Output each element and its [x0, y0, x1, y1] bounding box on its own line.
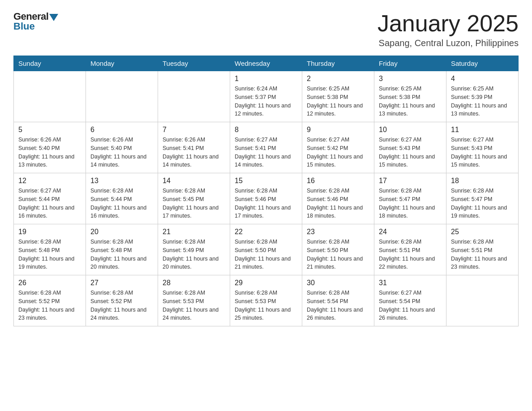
day-info: Sunrise: 6:26 AM Sunset: 5:40 PM Dayligh…: [18, 136, 81, 169]
col-header-tuesday: Tuesday: [158, 56, 230, 71]
day-info: Sunrise: 6:25 AM Sunset: 5:38 PM Dayligh…: [307, 85, 369, 118]
day-number: 9: [307, 126, 369, 134]
day-number: 6: [90, 126, 153, 134]
col-header-sunday: Sunday: [14, 56, 86, 71]
day-cell: 30Sunrise: 6:28 AM Sunset: 5:54 PM Dayli…: [302, 275, 374, 326]
day-cell: [14, 71, 86, 122]
location-subtitle: Sapang, Central Luzon, Philippines: [378, 38, 519, 48]
day-number: 23: [307, 228, 369, 236]
day-number: 10: [379, 126, 442, 134]
day-cell: 13Sunrise: 6:28 AM Sunset: 5:44 PM Dayli…: [86, 173, 158, 224]
day-info: Sunrise: 6:27 AM Sunset: 5:41 PM Dayligh…: [235, 136, 297, 169]
day-info: Sunrise: 6:28 AM Sunset: 5:47 PM Dayligh…: [451, 187, 514, 220]
day-number: 11: [451, 126, 514, 134]
day-number: 26: [18, 279, 81, 287]
day-info: Sunrise: 6:28 AM Sunset: 5:47 PM Dayligh…: [379, 187, 442, 220]
day-number: 1: [235, 75, 297, 83]
logo-arrow-icon: [49, 14, 58, 21]
day-number: 21: [163, 228, 225, 236]
week-row-1: 1Sunrise: 6:24 AM Sunset: 5:37 PM Daylig…: [14, 71, 519, 122]
day-number: 12: [18, 177, 81, 185]
day-info: Sunrise: 6:27 AM Sunset: 5:54 PM Dayligh…: [379, 289, 442, 322]
col-header-saturday: Saturday: [446, 56, 519, 71]
day-cell: 5Sunrise: 6:26 AM Sunset: 5:40 PM Daylig…: [14, 122, 86, 173]
day-info: Sunrise: 6:28 AM Sunset: 5:52 PM Dayligh…: [18, 289, 81, 322]
day-number: 19: [18, 228, 81, 236]
day-number: 25: [451, 228, 514, 236]
day-number: 5: [18, 126, 81, 134]
day-number: 22: [235, 228, 297, 236]
day-info: Sunrise: 6:26 AM Sunset: 5:40 PM Dayligh…: [90, 136, 153, 169]
day-cell: 23Sunrise: 6:28 AM Sunset: 5:50 PM Dayli…: [302, 224, 374, 275]
day-cell: 12Sunrise: 6:27 AM Sunset: 5:44 PM Dayli…: [14, 173, 86, 224]
day-info: Sunrise: 6:27 AM Sunset: 5:44 PM Dayligh…: [18, 187, 81, 220]
day-cell: 21Sunrise: 6:28 AM Sunset: 5:49 PM Dayli…: [158, 224, 230, 275]
logo-blue-text: Blue: [13, 21, 35, 31]
calendar-header-row: SundayMondayTuesdayWednesdayThursdayFrid…: [14, 56, 519, 71]
day-info: Sunrise: 6:27 AM Sunset: 5:42 PM Dayligh…: [307, 136, 369, 169]
day-info: Sunrise: 6:25 AM Sunset: 5:38 PM Dayligh…: [379, 85, 442, 118]
col-header-monday: Monday: [86, 56, 158, 71]
week-row-2: 5Sunrise: 6:26 AM Sunset: 5:40 PM Daylig…: [14, 122, 519, 173]
day-info: Sunrise: 6:28 AM Sunset: 5:53 PM Dayligh…: [163, 289, 225, 322]
day-number: 29: [235, 279, 297, 287]
day-info: Sunrise: 6:28 AM Sunset: 5:46 PM Dayligh…: [235, 187, 297, 220]
day-number: 2: [307, 75, 369, 83]
day-cell: 16Sunrise: 6:28 AM Sunset: 5:46 PM Dayli…: [302, 173, 374, 224]
day-number: 8: [235, 126, 297, 134]
day-cell: 14Sunrise: 6:28 AM Sunset: 5:45 PM Dayli…: [158, 173, 230, 224]
day-number: 31: [379, 279, 442, 287]
day-number: 24: [379, 228, 442, 236]
day-cell: [86, 71, 158, 122]
col-header-wednesday: Wednesday: [230, 56, 302, 71]
day-info: Sunrise: 6:28 AM Sunset: 5:51 PM Dayligh…: [451, 238, 514, 271]
day-info: Sunrise: 6:28 AM Sunset: 5:46 PM Dayligh…: [307, 187, 369, 220]
day-cell: 25Sunrise: 6:28 AM Sunset: 5:51 PM Dayli…: [446, 224, 519, 275]
day-cell: 24Sunrise: 6:28 AM Sunset: 5:51 PM Dayli…: [374, 224, 446, 275]
day-cell: 4Sunrise: 6:25 AM Sunset: 5:39 PM Daylig…: [446, 71, 519, 122]
day-info: Sunrise: 6:28 AM Sunset: 5:50 PM Dayligh…: [307, 238, 369, 271]
week-row-5: 26Sunrise: 6:28 AM Sunset: 5:52 PM Dayli…: [14, 275, 519, 326]
day-cell: 17Sunrise: 6:28 AM Sunset: 5:47 PM Dayli…: [374, 173, 446, 224]
day-number: 7: [163, 126, 225, 134]
day-info: Sunrise: 6:28 AM Sunset: 5:50 PM Dayligh…: [235, 238, 297, 271]
day-cell: 31Sunrise: 6:27 AM Sunset: 5:54 PM Dayli…: [374, 275, 446, 326]
day-info: Sunrise: 6:28 AM Sunset: 5:49 PM Dayligh…: [163, 238, 225, 271]
day-number: 17: [379, 177, 442, 185]
day-info: Sunrise: 6:25 AM Sunset: 5:39 PM Dayligh…: [451, 85, 514, 118]
day-cell: 1Sunrise: 6:24 AM Sunset: 5:37 PM Daylig…: [230, 71, 302, 122]
day-cell: 8Sunrise: 6:27 AM Sunset: 5:41 PM Daylig…: [230, 122, 302, 173]
day-number: 28: [163, 279, 225, 287]
day-number: 4: [451, 75, 514, 83]
day-cell: 27Sunrise: 6:28 AM Sunset: 5:52 PM Dayli…: [86, 275, 158, 326]
day-cell: 20Sunrise: 6:28 AM Sunset: 5:48 PM Dayli…: [86, 224, 158, 275]
page-header: General Blue January 2025 Sapang, Centra…: [13, 11, 519, 48]
day-info: Sunrise: 6:28 AM Sunset: 5:48 PM Dayligh…: [18, 238, 81, 271]
logo: General Blue: [13, 11, 58, 31]
day-number: 16: [307, 177, 369, 185]
col-header-friday: Friday: [374, 56, 446, 71]
day-cell: 15Sunrise: 6:28 AM Sunset: 5:46 PM Dayli…: [230, 173, 302, 224]
day-number: 27: [90, 279, 153, 287]
day-info: Sunrise: 6:28 AM Sunset: 5:51 PM Dayligh…: [379, 238, 442, 271]
day-number: 20: [90, 228, 153, 236]
day-info: Sunrise: 6:27 AM Sunset: 5:43 PM Dayligh…: [451, 136, 514, 169]
day-cell: 3Sunrise: 6:25 AM Sunset: 5:38 PM Daylig…: [374, 71, 446, 122]
day-cell: 2Sunrise: 6:25 AM Sunset: 5:38 PM Daylig…: [302, 71, 374, 122]
day-info: Sunrise: 6:28 AM Sunset: 5:54 PM Dayligh…: [307, 289, 369, 322]
day-cell: 10Sunrise: 6:27 AM Sunset: 5:43 PM Dayli…: [374, 122, 446, 173]
day-cell: [158, 71, 230, 122]
day-cell: [446, 275, 519, 326]
day-cell: 29Sunrise: 6:28 AM Sunset: 5:53 PM Dayli…: [230, 275, 302, 326]
day-cell: 7Sunrise: 6:26 AM Sunset: 5:41 PM Daylig…: [158, 122, 230, 173]
day-info: Sunrise: 6:28 AM Sunset: 5:48 PM Dayligh…: [90, 238, 153, 271]
day-number: 30: [307, 279, 369, 287]
day-cell: 9Sunrise: 6:27 AM Sunset: 5:42 PM Daylig…: [302, 122, 374, 173]
day-number: 3: [379, 75, 442, 83]
col-header-thursday: Thursday: [302, 56, 374, 71]
day-cell: 22Sunrise: 6:28 AM Sunset: 5:50 PM Dayli…: [230, 224, 302, 275]
month-year-title: January 2025: [378, 11, 519, 36]
day-cell: 28Sunrise: 6:28 AM Sunset: 5:53 PM Dayli…: [158, 275, 230, 326]
day-cell: 18Sunrise: 6:28 AM Sunset: 5:47 PM Dayli…: [446, 173, 519, 224]
calendar-table: SundayMondayTuesdayWednesdayThursdayFrid…: [13, 56, 519, 326]
